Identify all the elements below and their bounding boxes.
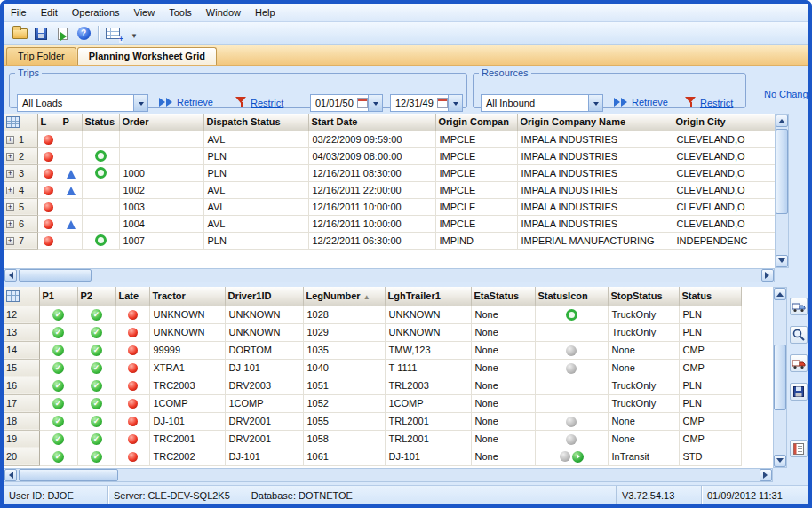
resources-cell-15-legnumber[interactable]: 1040	[303, 359, 385, 377]
resources-cell-20-status[interactable]: STD	[679, 448, 741, 465]
resources-cell-13-status[interactable]: PLN	[679, 323, 741, 341]
trips-grid-hscrollbar[interactable]	[4, 268, 775, 282]
scroll-up-arrow[interactable]	[774, 288, 786, 300]
trips-cell-4-l[interactable]	[37, 181, 60, 198]
resources-cell-13-etastatus[interactable]: None	[471, 323, 535, 341]
trips-cell-7-num[interactable]: +7	[4, 232, 37, 249]
trips-cell-2-status[interactable]	[82, 147, 119, 164]
trips-cell-3-l[interactable]	[37, 164, 60, 181]
help-button[interactable]	[73, 24, 94, 44]
resources-cell-16-p2[interactable]	[77, 377, 115, 394]
resources-cell-19-driver1id[interactable]: DRV2001	[225, 430, 303, 448]
resources-row-16[interactable]: 16TRC2003DRV20031051TRL2003NoneTruckOnly…	[4, 377, 741, 394]
resources-cell-15-late[interactable]	[115, 359, 149, 377]
resources-cell-17-late[interactable]	[115, 394, 149, 412]
resources-cell-20-stopstatus[interactable]: InTransit	[608, 448, 679, 465]
trips-cell-1-num[interactable]: +1	[4, 131, 37, 147]
resources-header-p2[interactable]: P2	[77, 287, 115, 306]
resources-cell-20-driver1id[interactable]: DJ-101	[225, 448, 303, 465]
trips-cell-3-origin_company[interactable]: IMPCLE	[435, 164, 517, 181]
trips-cell-2-origin_company[interactable]: IMPCLE	[435, 147, 517, 164]
resources-cell-13-legnumber[interactable]: 1029	[303, 323, 385, 341]
resources-cell-19-late[interactable]	[115, 430, 149, 448]
resources-header-late[interactable]: Late	[115, 287, 149, 306]
trips-row-6[interactable]: +61004AVL12/16/2011 10:00:00IMPCLEIMPALA…	[4, 215, 775, 232]
trips-cell-2-dispatch_status[interactable]: PLN	[203, 147, 308, 164]
resources-cell-13-late[interactable]	[115, 323, 149, 341]
resources-cell-14-lghtrailer1[interactable]: TMW,123	[385, 341, 471, 359]
trips-cell-7-origin_company_name[interactable]: IMPERIAL MANUFACTURING	[517, 232, 673, 249]
resources-cell-12-tractor[interactable]: UNKNOWN	[149, 306, 225, 323]
trips-cell-4-num[interactable]: +4	[4, 181, 37, 198]
trips-cell-7-l[interactable]	[37, 232, 60, 249]
trips-cell-1-origin_company_name[interactable]: IMPALA INDUSTRIES	[517, 131, 673, 147]
resources-cell-16-driver1id[interactable]: DRV2003	[225, 377, 303, 394]
trips-cell-3-status[interactable]	[82, 164, 119, 181]
trips-filter-combobox[interactable]: All Loads	[17, 94, 148, 112]
find-button[interactable]	[790, 326, 808, 344]
resources-cell-20-p2[interactable]	[77, 448, 115, 465]
resources-cell-15-p2[interactable]	[77, 359, 115, 377]
resources-cell-19-status[interactable]: CMP	[679, 430, 741, 448]
trips-cell-3-p[interactable]	[60, 164, 82, 181]
menu-tools[interactable]: Tools	[162, 4, 199, 21]
resources-cell-18-statusicon[interactable]	[535, 412, 608, 430]
resources-cell-14-p2[interactable]	[77, 341, 115, 359]
trips-cell-2-start_date[interactable]: 04/03/2009 08:00:00	[308, 147, 435, 164]
resources-header-status[interactable]: Status	[679, 287, 741, 306]
resources-row-14[interactable]: 1499999DORTOM1035TMW,123NoneNoneCMP	[4, 341, 741, 359]
trips-cell-2-order[interactable]	[119, 147, 203, 164]
trips-cell-7-order[interactable]: 1007	[119, 232, 203, 249]
trips-cell-1-dispatch_status[interactable]: AVL	[203, 131, 308, 147]
dropdown-arrow-icon[interactable]	[448, 95, 462, 111]
trips-cell-2-p[interactable]	[60, 147, 82, 164]
row-expander[interactable]: +	[6, 170, 14, 178]
open-button[interactable]	[9, 24, 30, 44]
resources-cell-15-stopstatus[interactable]: None	[608, 359, 679, 377]
resources-cell-12-etastatus[interactable]: None	[471, 306, 535, 323]
tab-planning-worksheet-grid[interactable]: Planning Worksheet Grid	[77, 47, 217, 65]
truck-alert-button[interactable]	[790, 354, 808, 372]
resources-cell-18-status[interactable]: CMP	[679, 412, 741, 430]
menu-edit[interactable]: Edit	[34, 4, 65, 21]
trips-header-origin_city[interactable]: Origin City	[673, 114, 775, 131]
row-expander[interactable]: +	[6, 220, 14, 228]
resources-cell-16-stopstatus[interactable]: TruckOnly	[608, 377, 679, 394]
trips-cell-6-status[interactable]	[82, 215, 119, 232]
resources-cell-14-driver1id[interactable]: DORTOM	[225, 341, 303, 359]
trips-cell-1-origin_company[interactable]: IMPCLE	[435, 131, 517, 147]
row-expander[interactable]: +	[6, 136, 14, 144]
resources-cell-13-statusicon[interactable]	[535, 323, 608, 341]
date-to-picker[interactable]: 12/31/49	[390, 94, 463, 112]
trips-cell-2-origin_city[interactable]: CLEVELAND,O	[673, 147, 775, 164]
resources-cell-17-p2[interactable]	[77, 394, 115, 412]
trips-cell-2-origin_company_name[interactable]: IMPALA INDUSTRIES	[517, 147, 673, 164]
resources-cell-20-p1[interactable]	[39, 448, 77, 465]
resources-cell-12-p1[interactable]	[39, 306, 77, 323]
resources-cell-15-status[interactable]: CMP	[679, 359, 741, 377]
trips-header-l[interactable]: L	[37, 114, 60, 131]
trips-row-5[interactable]: +51003AVL12/16/2011 10:00:00IMPCLEIMPALA…	[4, 198, 775, 215]
menu-operations[interactable]: Operations	[65, 4, 127, 21]
resources-cell-17-lghtrailer1[interactable]: 1COMP	[385, 394, 471, 412]
resources-cell-19-num[interactable]: 19	[4, 430, 39, 448]
scroll-right-arrow[interactable]	[760, 469, 772, 481]
trips-cell-1-l[interactable]	[37, 131, 60, 147]
trips-cell-6-origin_company[interactable]: IMPCLE	[435, 215, 517, 232]
trips-cell-2-num[interactable]: +2	[4, 147, 37, 164]
resources-cell-15-num[interactable]: 15	[4, 359, 39, 377]
resources-cell-16-lghtrailer1[interactable]: TRL2003	[385, 377, 471, 394]
resources-cell-12-status[interactable]: PLN	[679, 306, 741, 323]
resources-cell-12-p2[interactable]	[77, 306, 115, 323]
resources-cell-13-tractor[interactable]: UNKNOWN	[149, 323, 225, 341]
resources-cell-16-statusicon[interactable]	[535, 377, 608, 394]
trips-cell-7-origin_city[interactable]: INDEPENDENC	[673, 232, 775, 249]
resources-cell-16-tractor[interactable]: TRC2003	[149, 377, 225, 394]
resources-cell-19-p1[interactable]	[39, 430, 77, 448]
resources-cell-20-num[interactable]: 20	[4, 448, 39, 465]
resources-cell-12-legnumber[interactable]: 1028	[303, 306, 385, 323]
resources-header-num[interactable]	[4, 287, 39, 306]
resources-cell-13-stopstatus[interactable]: TruckOnly	[608, 323, 679, 341]
resources-grid-hscrollbar[interactable]	[4, 468, 773, 482]
resources-cell-18-legnumber[interactable]: 1055	[303, 412, 385, 430]
